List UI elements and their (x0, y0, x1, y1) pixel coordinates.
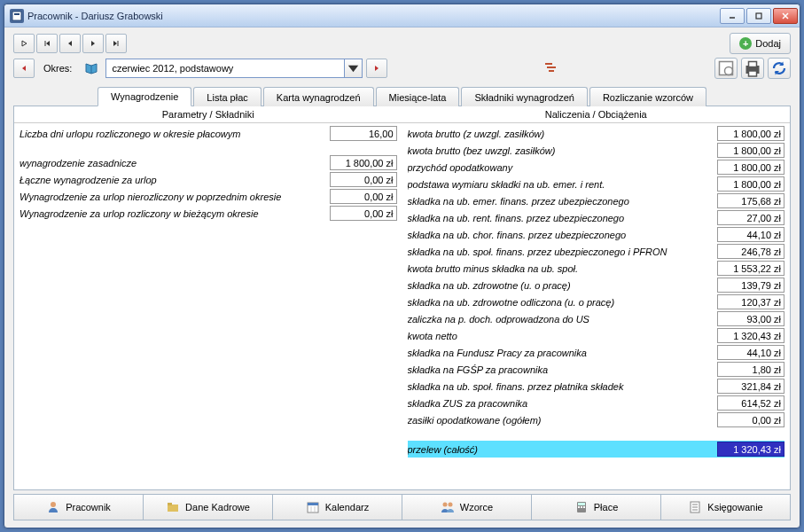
left-label: Wynagrodzenie za urlop nierozliczony w p… (20, 192, 330, 202)
left-value[interactable]: 0,00 zł (330, 206, 397, 221)
tab-1[interactable]: Lista płac (193, 87, 261, 106)
period-input[interactable] (105, 59, 345, 78)
right-row-19: przelew (całość)1 320,43 zł (408, 441, 785, 458)
titlebar[interactable]: Pracownik - Dariusz Grabowski (4, 4, 800, 27)
left-label: wynagrodzenie zasadnicze (20, 158, 330, 168)
svg-marker-15 (348, 65, 358, 72)
svg-rect-1 (14, 13, 20, 15)
right-value[interactable]: 44,10 zł (717, 345, 784, 360)
svg-rect-39 (581, 506, 582, 508)
right-row-5: składka na ub. rent. finans. przez ubezp… (408, 209, 785, 226)
left-label: Łączne wynagrodzenie za urlop (20, 175, 330, 185)
svg-point-27 (51, 502, 56, 507)
bottom-button-1[interactable]: Dane Kadrowe (144, 494, 273, 520)
right-row-6: składka na ub. chor. finans. przez ubezp… (408, 226, 785, 243)
right-value[interactable]: 27,00 zł (717, 210, 784, 225)
nav-first-button[interactable] (36, 34, 58, 53)
left-value[interactable]: 0,00 zł (330, 189, 397, 204)
right-label: składka na ub. zdrowotne (u. o pracę) (408, 280, 718, 291)
right-label: zaliczka na p. doch. odprowadzona do US (408, 314, 718, 325)
right-value[interactable]: 614,52 zł (717, 395, 784, 411)
tab-4[interactable]: Składniki wynagrodzeń (461, 87, 588, 106)
right-row-8: kwota brutto minus składka na ub. społ.1… (408, 260, 785, 277)
svg-marker-10 (91, 41, 95, 46)
add-label: Dodaj (755, 38, 781, 49)
svg-rect-31 (308, 503, 318, 505)
nav-last-button[interactable] (105, 34, 127, 53)
right-value[interactable]: 1 320,43 zł (717, 442, 784, 457)
right-value[interactable]: 1 553,22 zł (717, 261, 784, 276)
add-button[interactable]: + Dodaj (730, 33, 791, 54)
svg-rect-23 (749, 62, 757, 67)
right-value[interactable]: 1 800,00 zł (717, 126, 784, 141)
tab-bar: WynagrodzenieLista płacKarta wynagrodzeń… (4, 86, 800, 106)
right-label: składka na ub. emer. finans. przez ubezp… (408, 196, 718, 207)
right-value[interactable]: 1,80 zł (717, 362, 784, 377)
right-value[interactable]: 175,68 zł (717, 193, 784, 208)
right-value[interactable]: 44,10 zł (717, 227, 784, 242)
bottom-label: Księgowanie (707, 502, 762, 512)
right-row-14: składka na FGŚP za pracownika1,80 zł (408, 361, 785, 378)
print-button[interactable] (741, 58, 764, 79)
right-value[interactable]: 93,00 zł (717, 311, 784, 326)
nav-next-button[interactable] (82, 34, 104, 53)
employee-window: Pracownik - Dariusz Grabowski + Dodaj Ok… (4, 4, 800, 528)
period-label: Okres: (43, 63, 72, 74)
maximize-button[interactable] (746, 8, 771, 24)
close-button[interactable] (773, 8, 798, 24)
period-prev-button[interactable] (13, 59, 35, 78)
right-value[interactable]: 1 320,43 zł (717, 328, 784, 343)
right-value[interactable]: 139,79 zł (717, 278, 784, 293)
right-row-2: przychód opodatkowany1 800,00 zł (408, 159, 785, 176)
preview-button[interactable] (714, 58, 738, 79)
tab-5[interactable]: Rozliczanie wzorców (589, 87, 706, 106)
right-value[interactable]: 1 800,00 zł (717, 160, 784, 175)
left-row-3: Łączne wynagrodzenie za urlop0,00 zł (20, 171, 397, 188)
bottom-button-0[interactable]: Pracownik (13, 494, 144, 520)
left-value[interactable]: 0,00 zł (330, 172, 397, 187)
bottom-button-3[interactable]: Wzorce (402, 494, 532, 520)
right-value[interactable]: 321,84 zł (717, 379, 784, 394)
period-dropdown-button[interactable] (345, 59, 363, 78)
right-row-3: podstawa wymiaru składki na ub. emer. i … (408, 176, 785, 192)
refresh-button[interactable] (768, 58, 791, 79)
right-value[interactable]: 246,78 zł (717, 244, 784, 259)
svg-rect-29 (168, 503, 172, 505)
right-value[interactable]: 1 800,00 zł (717, 143, 784, 158)
right-row-11: zaliczka na p. doch. odprowadzona do US9… (408, 310, 785, 327)
right-label: składka na Fundusz Pracy za pracownika (408, 348, 718, 358)
period-next-button[interactable] (366, 59, 387, 78)
right-row-7: składka na ub. społ. finans. przez ubezp… (408, 243, 785, 260)
gantt-icon[interactable] (543, 60, 559, 76)
svg-marker-16 (375, 66, 379, 71)
right-label: kwota netto (408, 331, 718, 341)
right-label: kwota brutto (bez uwzgl. zasiłków) (408, 145, 718, 156)
bottom-button-4[interactable]: Płace (532, 494, 661, 520)
right-label: składka na ub. społ. finans. przez ubezp… (408, 246, 718, 257)
nav-prev-button[interactable] (59, 34, 81, 53)
book-icon[interactable] (84, 61, 98, 75)
right-row-17: zasiłki opodatkowane (ogółem)0,00 zł (408, 411, 785, 428)
tab-2[interactable]: Karta wynagrodzeń (263, 87, 374, 106)
left-value[interactable]: 16,00 (330, 126, 397, 141)
right-value[interactable]: 1 800,00 zł (717, 176, 784, 192)
bottom-button-5[interactable]: Księgowanie (661, 494, 791, 520)
tab-0[interactable]: Wynagrodzenie (98, 87, 191, 106)
right-label: kwota brutto (z uwzgl. zasiłków) (408, 129, 718, 139)
svg-marker-13 (22, 66, 26, 71)
right-value[interactable]: 120,37 zł (717, 294, 784, 309)
svg-rect-24 (749, 71, 757, 76)
right-value[interactable]: 0,00 zł (717, 412, 784, 427)
nav-play-button[interactable] (13, 34, 35, 53)
left-value[interactable]: 1 800,00 zł (330, 155, 397, 170)
bottom-button-2[interactable]: Kalendarz (273, 494, 402, 520)
calc-icon (574, 500, 589, 514)
right-row-16: składka ZUS za pracownika614,52 zł (408, 395, 785, 411)
right-row-12: kwota netto1 320,43 zł (408, 327, 785, 344)
tab-3[interactable]: Miesiące-lata (376, 87, 460, 106)
minimize-button[interactable] (720, 8, 745, 24)
svg-rect-40 (583, 506, 585, 508)
right-label: kwota brutto minus składka na ub. społ. (408, 263, 718, 274)
left-row-4: Wynagrodzenie za urlop nierozliczony w p… (20, 188, 397, 205)
right-row-4: składka na ub. emer. finans. przez ubezp… (408, 192, 785, 209)
